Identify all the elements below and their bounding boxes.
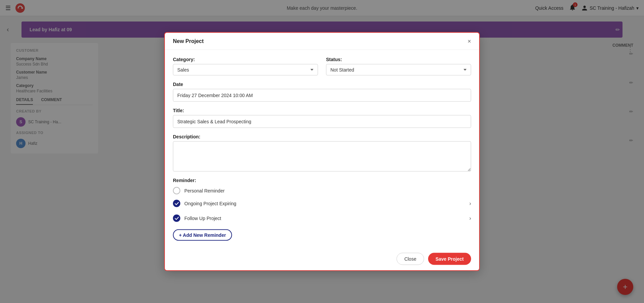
chevron-right-followup[interactable]: › xyxy=(469,215,471,221)
modal-title: New Project xyxy=(173,38,204,44)
reminder-radio-personal[interactable] xyxy=(173,187,180,194)
title-input[interactable] xyxy=(173,115,471,128)
date-input[interactable] xyxy=(173,89,471,102)
reminder-section: Reminder: Personal Reminder O xyxy=(173,178,471,244)
reminder-list: Personal Reminder Ongoing Project Expiri… xyxy=(173,187,471,224)
category-select[interactable]: Sales Marketing Operations Finance xyxy=(173,64,318,76)
reminder-item-followup[interactable]: Follow Up Project › xyxy=(173,213,471,224)
modal-body: Category: Sales Marketing Operations Fin… xyxy=(165,50,479,249)
reminder-check-ongoing[interactable] xyxy=(173,200,180,207)
close-button[interactable]: Close xyxy=(397,253,424,265)
reminder-left-ongoing: Ongoing Project Expiring xyxy=(173,200,236,207)
save-project-button[interactable]: Save Project xyxy=(428,253,471,265)
description-textarea[interactable] xyxy=(173,141,471,172)
category-label: Category: xyxy=(173,57,318,62)
status-group: Status: Not Started In Progress Complete… xyxy=(326,57,471,76)
date-group: Date xyxy=(173,82,471,102)
reminder-item-ongoing[interactable]: Ongoing Project Expiring › xyxy=(173,198,471,209)
title-group: Title: xyxy=(173,108,471,128)
status-label: Status: xyxy=(326,57,471,62)
status-select[interactable]: Not Started In Progress Completed On Hol… xyxy=(326,64,471,76)
date-label: Date xyxy=(173,82,471,87)
title-label: Title: xyxy=(173,108,471,113)
reminder-check-followup[interactable] xyxy=(173,215,180,222)
modal-header: New Project × xyxy=(165,33,479,50)
description-label: Description: xyxy=(173,134,471,139)
reminder-left-followup: Follow Up Project xyxy=(173,215,221,222)
category-group: Category: Sales Marketing Operations Fin… xyxy=(173,57,318,76)
reminder-text-followup: Follow Up Project xyxy=(184,216,221,221)
description-group: Description: xyxy=(173,134,471,172)
form-row-category-status: Category: Sales Marketing Operations Fin… xyxy=(173,57,471,76)
reminder-text-personal: Personal Reminder xyxy=(184,188,225,193)
reminder-item-personal[interactable]: Personal Reminder xyxy=(173,187,471,194)
reminder-text-ongoing: Ongoing Project Expiring xyxy=(184,201,236,206)
add-reminder-button[interactable]: + Add New Reminder xyxy=(173,229,232,241)
modal-footer: Close Save Project xyxy=(165,249,479,270)
new-project-modal: New Project × Category: Sales Marketing … xyxy=(164,32,480,271)
reminder-label: Reminder: xyxy=(173,178,471,183)
chevron-right-ongoing[interactable]: › xyxy=(469,201,471,207)
modal-close-button[interactable]: × xyxy=(467,38,471,44)
